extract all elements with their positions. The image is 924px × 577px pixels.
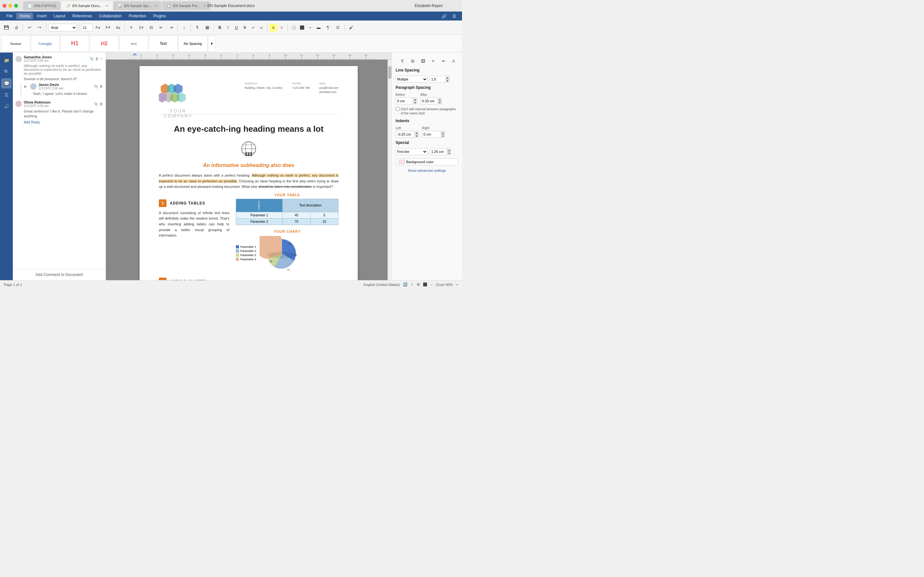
spin-up-after[interactable]: ▲ [438, 98, 442, 101]
special-spinner[interactable]: ▲ ▼ [447, 148, 451, 155]
background-color-button[interactable]: Background color [396, 158, 458, 165]
spin-down-right[interactable]: ▼ [441, 134, 445, 137]
align-justify-button[interactable]: ▬ [315, 24, 322, 31]
left-indent-spinner[interactable]: ▲ ▼ [415, 131, 419, 137]
dont-add-checkbox[interactable] [396, 107, 399, 111]
bullets-icon[interactable]: ≡ [127, 23, 136, 32]
sidebar-search-icon[interactable]: 🔍 [1, 67, 11, 77]
spin-down-special[interactable]: ▼ [447, 152, 451, 155]
signature-icon[interactable]: ✒ [439, 56, 448, 65]
spin-down-left[interactable]: ▼ [415, 134, 419, 137]
special-input[interactable] [430, 148, 447, 155]
save-icon[interactable]: 💾 [2, 23, 11, 32]
image-icon[interactable]: 🖼 [418, 56, 427, 65]
zoom-out-icon[interactable]: − [431, 283, 433, 287]
vertical-scrollbar[interactable] [388, 60, 391, 280]
line-spacing-icon[interactable]: ↕ [180, 23, 189, 32]
menu-home[interactable]: Home [16, 13, 33, 19]
spin-up-special[interactable]: ▲ [447, 148, 451, 152]
bold-button[interactable]: B [216, 24, 224, 31]
comment-delete-icon[interactable]: 🗑 [99, 102, 103, 106]
increase-indent-icon[interactable]: ⇥ [166, 23, 176, 32]
header-footer-icon[interactable]: ≡ [429, 56, 438, 65]
spin-up-left[interactable]: ▲ [415, 131, 419, 134]
paragraph-icon[interactable]: ¶ [398, 56, 407, 65]
style-text-upper[interactable]: Text [149, 35, 178, 52]
style-text-lower[interactable]: text [120, 35, 148, 52]
tab-close-icon[interactable]: ✕ [204, 4, 206, 8]
redo-icon[interactable]: ↪ [35, 23, 44, 32]
menu-protection[interactable]: Protection [126, 13, 150, 19]
format-icon[interactable]: A [449, 56, 458, 65]
tab-close-icon[interactable]: ✕ [154, 4, 157, 8]
menu-insert[interactable]: Insert [34, 13, 50, 19]
reply-delete-icon[interactable]: 🗑 [99, 84, 103, 89]
strikethrough-button[interactable]: S [241, 24, 249, 31]
right-indent-input[interactable] [422, 131, 441, 138]
menu-layout[interactable]: Layout [50, 13, 68, 19]
maximize-button[interactable] [14, 4, 18, 8]
after-input[interactable] [420, 97, 438, 105]
font-case-icon[interactable]: Aa [113, 23, 123, 32]
scrollbar-thumb[interactable] [388, 66, 391, 79]
left-indent-input[interactable] [396, 131, 415, 138]
font-size-increase-icon[interactable]: A▲ [94, 23, 103, 32]
menu-plugins[interactable]: Plugins [150, 13, 169, 19]
comment-resolve-icon[interactable]: ✓ [100, 57, 103, 61]
language-selector[interactable]: English (United States) [363, 283, 400, 287]
close-button[interactable] [3, 4, 6, 8]
line-spacing-input[interactable] [430, 76, 446, 83]
comment-delete-icon[interactable]: 🗑 [95, 57, 99, 61]
comment-attach-icon[interactable]: 📎 [94, 102, 98, 106]
copy-style-icon[interactable]: 🖌 [347, 23, 355, 32]
align-left-button[interactable]: ⬜ [290, 24, 297, 31]
tab-onlyoffice[interactable]: 📄 ONLYOFFICE [23, 1, 61, 10]
style-no-spacing[interactable]: No Spacing [178, 35, 207, 52]
tab-close-icon[interactable]: ✕ [105, 4, 108, 8]
superscript-button[interactable]: x² [249, 24, 257, 31]
line-spacing-spinner[interactable]: ▲ ▼ [446, 76, 449, 82]
comment-attach-icon[interactable]: 📎 [89, 57, 94, 61]
sidebar-file-icon[interactable]: 📁 [1, 55, 11, 65]
tab-spreadsheet[interactable]: 📊 EN Sample Spr... ✕ [113, 1, 162, 10]
nonprinting-chars-icon[interactable]: ¶ [193, 23, 202, 32]
before-input[interactable] [396, 97, 413, 105]
font-color-button[interactable]: A [278, 24, 286, 31]
underline-button[interactable]: U [233, 24, 240, 31]
multilevel-list-icon[interactable]: ⊟ [147, 23, 156, 32]
tab-presentation[interactable]: 📋 EN Sample Pre... ✕ [162, 1, 210, 10]
shading-icon[interactable]: ▦ [203, 23, 212, 32]
sidebar-toc-icon[interactable]: ☰ [1, 90, 11, 100]
zoom-in-icon[interactable]: + [456, 283, 458, 287]
sidebar-comments-icon[interactable]: 💬 [1, 78, 11, 89]
font-size-decrease-icon[interactable]: A▼ [103, 23, 113, 32]
print-icon[interactable]: 🖨 [12, 23, 21, 32]
spin-down-after[interactable]: ▼ [438, 101, 442, 104]
font-size-input[interactable] [81, 24, 93, 31]
undo-icon[interactable]: ↩ [25, 23, 34, 32]
reply-attach-icon[interactable]: 📎 [94, 84, 98, 89]
style-h2[interactable]: H2 [90, 35, 119, 52]
align-center-button[interactable]: ⬛ [298, 24, 306, 31]
paragraph-settings-icon[interactable]: ¶ [323, 23, 333, 32]
menu-file[interactable]: File [3, 13, 16, 19]
numbered-list-icon[interactable]: 1≡ [137, 23, 145, 32]
style-h1[interactable]: H1 [60, 35, 89, 52]
spin-up-button[interactable]: ▲ [446, 76, 449, 79]
highlight-button[interactable]: A [270, 24, 277, 31]
save-to-cloud-icon[interactable]: 🔗 [439, 11, 449, 21]
spell-check-icon[interactable]: 🔤 [403, 282, 407, 287]
minimize-button[interactable] [8, 4, 12, 8]
line-spacing-select[interactable]: Multiple [396, 76, 428, 83]
align-right-button[interactable]: ▪ [306, 24, 314, 31]
style-georgia[interactable]: Georgia [31, 35, 60, 52]
after-spinner[interactable]: ▲ ▼ [438, 98, 442, 104]
subscript-button[interactable]: x₂ [258, 24, 265, 31]
font-name-select[interactable]: Arial [48, 24, 77, 31]
spin-up-right[interactable]: ▲ [441, 131, 445, 134]
before-spinner[interactable]: ▲ ▼ [413, 98, 417, 104]
style-normal[interactable]: Normal [1, 35, 30, 52]
menu-references[interactable]: References [69, 13, 95, 19]
spin-down-button[interactable]: ▼ [446, 79, 449, 82]
show-advanced-link[interactable]: Show advanced settings [396, 169, 458, 172]
